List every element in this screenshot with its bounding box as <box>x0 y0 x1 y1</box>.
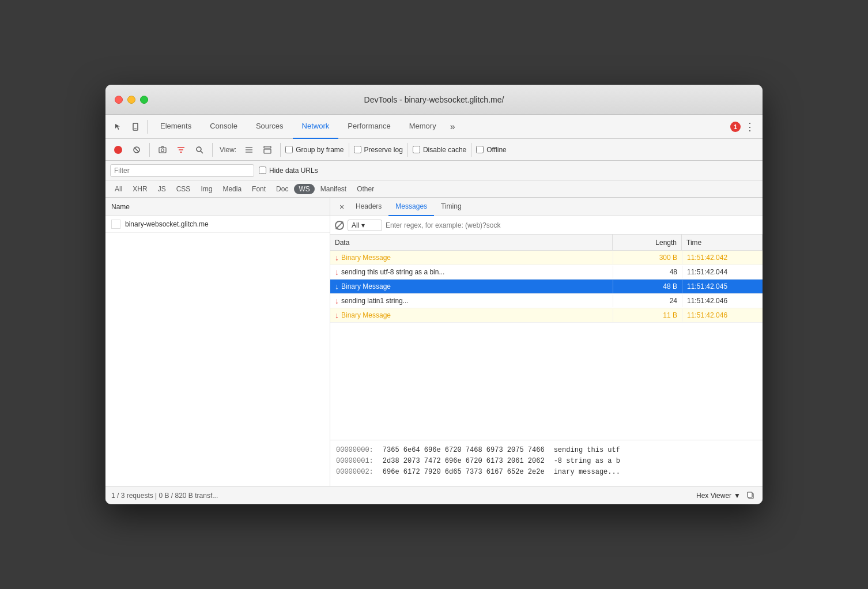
table-row[interactable]: ↓ sending this utf-8 string as a bin... … <box>330 265 763 280</box>
message-time: 11:51:42.046 <box>682 309 763 322</box>
type-filter-js[interactable]: JS <box>153 184 171 194</box>
type-filter-doc[interactable]: Doc <box>271 184 293 194</box>
tab-headers[interactable]: Headers <box>349 198 388 216</box>
list-item[interactable]: binary-websocket.glitch.me <box>105 216 330 233</box>
toolbar-divider-1 <box>147 120 148 134</box>
error-badge[interactable]: 1 <box>730 122 741 132</box>
camera-button[interactable] <box>154 142 171 158</box>
message-time: 11:51:42.042 <box>682 251 763 264</box>
svg-rect-0 <box>133 123 138 130</box>
message-length: 48 <box>613 266 682 278</box>
main-toolbar: Elements Console Sources Network Perform… <box>105 115 763 139</box>
hex-address: 00000001: <box>336 456 373 467</box>
table-row[interactable]: ↓ Binary Message 48 B 11:51:42.045 <box>330 280 763 294</box>
mobile-icon[interactable] <box>127 119 144 135</box>
time-column-header: Time <box>682 235 763 250</box>
offline-input[interactable] <box>476 146 484 153</box>
tab-console[interactable]: Console <box>201 115 247 139</box>
preserve-log-checkbox[interactable]: Preserve log <box>354 146 403 154</box>
close-button[interactable] <box>115 96 123 104</box>
type-filter-xhr[interactable]: XHR <box>128 184 152 194</box>
message-time: 11:51:42.045 <box>682 280 763 293</box>
name-column-header: Name <box>105 198 330 216</box>
hex-ascii: -8 string as a b <box>554 456 620 467</box>
tab-sources[interactable]: Sources <box>247 115 293 139</box>
view-label: View: <box>217 146 239 154</box>
message-length: 11 B <box>613 309 682 322</box>
type-filter-img[interactable]: Img <box>196 184 217 194</box>
type-filter-manifest[interactable]: Manifest <box>316 184 351 194</box>
table-row[interactable]: ↓ sending latin1 string... 24 11:51:42.0… <box>330 294 763 308</box>
filter-button[interactable] <box>173 142 189 158</box>
filter-input[interactable] <box>110 164 254 177</box>
tab-performance[interactable]: Performance <box>338 115 399 139</box>
tab-messages[interactable]: Messages <box>388 198 434 216</box>
hex-bytes: 696e 6172 7920 6d65 7373 6167 652e 2e2e <box>383 467 545 478</box>
message-regex-input[interactable] <box>386 219 758 232</box>
arrow-down-icon: ↓ <box>335 282 339 291</box>
disable-cache-input[interactable] <box>413 146 420 153</box>
type-filter-css[interactable]: CSS <box>172 184 195 194</box>
minimize-button[interactable] <box>127 96 135 104</box>
svg-rect-1 <box>134 129 137 129</box>
tab-timing[interactable]: Timing <box>434 198 469 216</box>
table-row[interactable]: ↓ Binary Message 11 B 11:51:42.046 <box>330 308 763 323</box>
tab-network[interactable]: Network <box>293 115 339 139</box>
message-time: 11:51:42.044 <box>682 266 763 278</box>
type-filter-ws[interactable]: WS <box>294 184 314 194</box>
message-data: ↓ sending this utf-8 string as a bin... <box>330 265 613 279</box>
devtools-menu[interactable]: ⋮ <box>742 119 758 135</box>
tab-more[interactable]: » <box>446 115 460 139</box>
cursor-icon[interactable] <box>110 119 126 135</box>
hide-urls-checkbox[interactable]: Hide data URLs <box>259 167 318 175</box>
svg-rect-14 <box>748 492 752 497</box>
arrow-down-icon: ↓ <box>335 267 339 277</box>
close-icon[interactable]: × <box>335 200 349 214</box>
network-divider-4 <box>349 143 349 157</box>
messages-list: ↓ Binary Message 300 B 11:51:42.042 ↓ se… <box>330 251 763 440</box>
message-type-dropdown[interactable]: All ▾ <box>348 220 382 231</box>
message-length: 24 <box>613 294 682 307</box>
clear-button[interactable] <box>129 142 145 158</box>
tab-elements[interactable]: Elements <box>151 115 201 139</box>
titlebar: DevTools - binary-websocket.glitch.me/ <box>105 85 763 115</box>
traffic-lights <box>115 96 148 104</box>
main-content: Name binary-websocket.glitch.me × Header… <box>105 198 763 486</box>
detail-view-button[interactable] <box>259 142 276 158</box>
type-filter-media[interactable]: Media <box>218 184 246 194</box>
type-filter-font[interactable]: Font <box>247 184 270 194</box>
message-data: ↓ Binary Message <box>330 251 613 265</box>
request-favicon-icon <box>111 220 120 229</box>
network-divider-3 <box>280 143 281 157</box>
hex-row: 00000001: 2d38 2073 7472 696e 6720 6173 … <box>336 456 757 467</box>
type-filter-other[interactable]: Other <box>352 184 379 194</box>
hide-urls-input[interactable] <box>259 167 266 174</box>
window-title: DevTools - binary-websocket.glitch.me/ <box>364 95 504 104</box>
network-divider-1 <box>149 143 150 157</box>
messages-filter-bar: All ▾ <box>330 216 763 235</box>
disable-cache-checkbox[interactable]: Disable cache <box>413 146 466 154</box>
maximize-button[interactable] <box>140 96 148 104</box>
svg-rect-12 <box>264 149 271 153</box>
hex-viewer-dropdown[interactable]: Hex Viewer ▼ <box>696 492 741 500</box>
list-view-button[interactable] <box>241 142 257 158</box>
hex-row: 00000002: 696e 6172 7920 6d65 7373 6167 … <box>336 467 757 478</box>
type-filter-all[interactable]: All <box>110 184 127 194</box>
right-panel: × Headers Messages Timing All ▾ <box>330 198 763 486</box>
network-divider-6 <box>471 143 471 157</box>
preserve-log-input[interactable] <box>354 146 361 153</box>
record-button[interactable] <box>110 142 126 158</box>
group-by-frame-checkbox[interactable]: Group by frame <box>285 146 344 154</box>
length-column-header: Length <box>613 235 682 250</box>
hex-ascii: inary message... <box>554 467 620 478</box>
group-by-frame-input[interactable] <box>285 146 293 153</box>
table-row[interactable]: ↓ Binary Message 300 B 11:51:42.042 <box>330 251 763 265</box>
search-button[interactable] <box>191 142 207 158</box>
copy-button[interactable] <box>745 490 757 501</box>
hex-address: 00000002: <box>336 467 373 478</box>
tab-memory[interactable]: Memory <box>400 115 446 139</box>
status-bar: 1 / 3 requests | 0 B / 820 B transf... H… <box>105 486 763 504</box>
network-divider-2 <box>212 143 213 157</box>
offline-checkbox[interactable]: Offline <box>476 146 506 154</box>
message-length: 48 B <box>613 280 682 293</box>
